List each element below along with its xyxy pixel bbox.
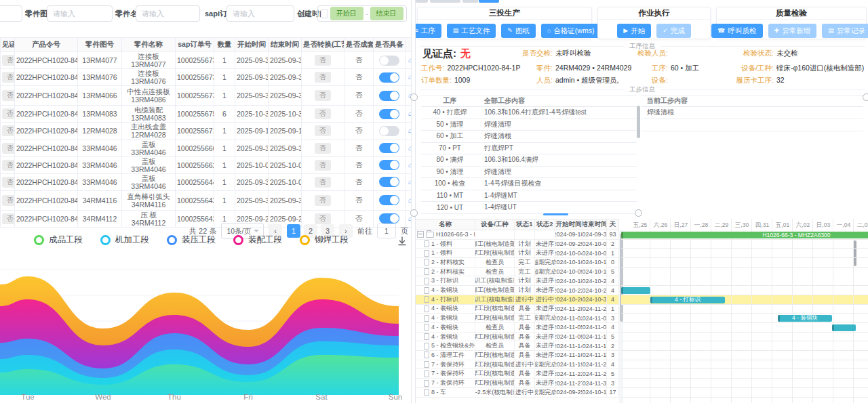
process-table-scrollbar[interactable] bbox=[637, 106, 640, 138]
process-row[interactable]: 40 • 打底焊106.3和106.4打底焊1-4号焊缝test bbox=[421, 107, 637, 119]
tab-segment-1[interactable] bbox=[416, 0, 428, 3]
legend-item[interactable]: 铆焊工段 bbox=[300, 234, 349, 246]
completeness-link[interactable]: ⌂成套性 bbox=[408, 196, 412, 204]
sap-order-input[interactable] bbox=[226, 5, 294, 22]
process-row[interactable]: 110 • MT1-4焊缝MT bbox=[421, 190, 637, 203]
gantt-row[interactable]: 5 - 检查铜块&外径检查员具备未进序2024-11-142024-11-162 bbox=[416, 341, 619, 351]
splitter-handle[interactable] bbox=[410, 93, 418, 101]
cell-name: 盖板 33RM4046 bbox=[122, 173, 176, 190]
button-异常新增[interactable]: ✚异常新增 bbox=[768, 24, 817, 38]
completeness-link[interactable]: ⌂成套性 bbox=[408, 178, 412, 186]
gantt-row[interactable]: 4 - 装铜块检查员具备未进序2024-11-052024-11-094 bbox=[416, 323, 619, 333]
legend-item[interactable]: 成品工段 bbox=[34, 234, 83, 246]
ready-toggle[interactable] bbox=[379, 126, 399, 136]
gantt-row[interactable]: 4 - 打标识标识工(核电制造部)进行中进行中2024-10-262024-10… bbox=[416, 295, 619, 305]
tab-segment-3[interactable] bbox=[462, 0, 478, 3]
process-row[interactable]: 90 • 清理焊缝清理 bbox=[421, 167, 637, 179]
completeness-link[interactable]: ⌂成套性 bbox=[408, 161, 412, 169]
part-no-input[interactable] bbox=[47, 5, 113, 22]
gantt-bar[interactable]: 4 - 装铜块 bbox=[778, 315, 832, 322]
convert-badge[interactable]: 否 bbox=[315, 160, 331, 171]
goto-page-input[interactable]: 1 bbox=[377, 224, 396, 238]
gantt-row[interactable]: 7 - 装保持环铆焊工段(核电制造部)具备未进序2024-11-272024-1… bbox=[416, 379, 619, 388]
process-content: 焊缝清根 bbox=[479, 131, 637, 142]
completeness-link[interactable]: ⌂成套性 bbox=[408, 73, 412, 81]
date-checkbox[interactable] bbox=[321, 9, 328, 18]
ready-toggle[interactable] bbox=[379, 109, 399, 119]
convert-badge[interactable]: 否 bbox=[315, 108, 331, 119]
ready-toggle[interactable] bbox=[379, 160, 399, 170]
tab-segment-2[interactable] bbox=[430, 0, 460, 3]
collapse-icon[interactable] bbox=[417, 231, 424, 238]
button-呼叫质检[interactable]: ☎呼叫质检 bbox=[711, 24, 762, 38]
ready-toggle[interactable] bbox=[379, 177, 399, 187]
step-table-row[interactable]: 焊缝清根 bbox=[642, 107, 863, 119]
gantt-row[interactable]: 1 - 领料铆工(核电制造部)计划未进序2024-09-292024-10-01… bbox=[416, 240, 619, 249]
gantt-row[interactable]: 4 - 装铜块铆焊工段(核电制造部)具备未进序2024-11-092024-11… bbox=[416, 333, 619, 342]
convert-badge[interactable]: 否 bbox=[315, 143, 331, 154]
button-合格证(wms)[interactable]: ⌂合格证(wms) bbox=[541, 24, 601, 38]
splitter-handle[interactable] bbox=[635, 209, 642, 217]
convert-badge[interactable]: 否 bbox=[315, 55, 331, 66]
start-date-pill[interactable]: 开始日期 bbox=[330, 7, 364, 20]
completeness-link[interactable]: ⌂成套性 bbox=[408, 127, 412, 134]
ready-toggle[interactable] bbox=[379, 143, 399, 153]
gantt-bar[interactable] bbox=[621, 287, 650, 295]
ops-cell: ⌂成套性✎修改记录 bbox=[406, 140, 412, 156]
button-完成[interactable]: ✓完成 bbox=[656, 24, 691, 38]
gantt-row[interactable]: 6 - 清理工件铆焊工段(核电制造部)具备未进序2024-11-162024-1… bbox=[416, 351, 619, 360]
process-row[interactable]: 50 • 清理焊缝清理 bbox=[421, 119, 637, 131]
date-range-picker[interactable]: 开始日期 - 结束日期 bbox=[317, 5, 407, 22]
download-icon[interactable] bbox=[397, 236, 408, 249]
button-工艺文件[interactable]: ▤工艺文件 bbox=[447, 24, 496, 38]
button-图纸[interactable]: ✎图纸 bbox=[501, 24, 536, 38]
gantt-row[interactable]: 3 - 打标识标识工(核电制造部)计划未进序2024-10-182024-10-… bbox=[416, 277, 619, 287]
gantt-row[interactable]: 2 - 材料核实检查员完工超期完成2024-10-102024-10-100 bbox=[416, 258, 619, 268]
ready-toggle[interactable] bbox=[379, 91, 399, 101]
filter-input-cut[interactable] bbox=[0, 5, 22, 22]
convert-badge[interactable]: 否 bbox=[315, 72, 331, 83]
cell-sap: 10002556429 bbox=[176, 190, 214, 210]
ready-toggle[interactable] bbox=[379, 56, 399, 66]
gantt-row[interactable]: H1026-66-3 - MHZ2A63002024-09-182024-09-… bbox=[416, 230, 619, 240]
days-cell: 93 bbox=[607, 230, 619, 239]
end-date-pill[interactable]: 结束日期 bbox=[370, 7, 404, 20]
process-row[interactable]: 100 • 检查1-4号焊缝目视检查 bbox=[421, 178, 637, 190]
process-row[interactable]: 120 • UT1-4焊缝UT bbox=[421, 202, 637, 214]
gantt-row[interactable]: 2 - 材料核实检查员完工超期完成2024-10-092024-10-145 bbox=[416, 268, 619, 277]
process-table-hscrollbar[interactable] bbox=[543, 213, 568, 215]
part-name-input[interactable] bbox=[136, 5, 200, 22]
legend-item[interactable]: 装压工段 bbox=[167, 234, 216, 246]
ready-toggle[interactable] bbox=[379, 195, 399, 205]
ready-toggle[interactable] bbox=[379, 72, 399, 83]
legend-item[interactable]: 机加工段 bbox=[100, 234, 149, 246]
splitter-handle[interactable] bbox=[863, 93, 868, 101]
convert-badge[interactable]: 否 bbox=[315, 195, 331, 206]
gantt-row[interactable]: 7 - 装保持环铆焊工段(核电制造部)具备未进序2024-11-222024-1… bbox=[416, 370, 619, 379]
process-row[interactable]: 60 • 加工焊缝清根 bbox=[421, 131, 637, 143]
button-工序[interactable]: ≡工序 bbox=[415, 24, 441, 38]
splitter-handle[interactable] bbox=[410, 209, 418, 217]
gantt-row[interactable]: 4 - 装铜块铆焊工段(核电制造部)完工按期完成2024-11-022024-1… bbox=[416, 314, 619, 323]
completeness-link[interactable]: ⌂成套性 bbox=[408, 56, 412, 64]
gantt-bar[interactable]: 4 - 打标识 bbox=[650, 297, 725, 304]
gantt-row[interactable]: 1 - 领料铆焊工段(核电制造部)计划未进序2024-10-042024-10-… bbox=[416, 249, 619, 258]
process-row[interactable]: 80 • 满焊106.3和106.4满焊 bbox=[421, 154, 637, 167]
gantt-bar[interactable]: H1026-66-3 - MHZ2A6300 bbox=[621, 232, 868, 239]
completeness-link[interactable]: ⌂成套性 bbox=[408, 110, 412, 117]
button-开始[interactable]: ▶开始 bbox=[617, 24, 651, 38]
legend-item[interactable]: 装配工段 bbox=[233, 234, 282, 246]
button-异常记录[interactable]: ▤异常记录 bbox=[822, 24, 868, 38]
convert-badge[interactable]: 否 bbox=[315, 125, 331, 136]
gantt-row[interactable]: 8 - 车立车-2.5米(核电制造部)进行中按期完成2024-09-252024… bbox=[416, 388, 619, 398]
ready-cell bbox=[374, 69, 406, 86]
process-row[interactable]: 70 • PT打底焊PT bbox=[421, 143, 637, 155]
completeness-link[interactable]: ⌂成套性 bbox=[408, 144, 412, 152]
convert-badge[interactable]: 否 bbox=[315, 90, 331, 101]
convert-badge[interactable]: 否 bbox=[315, 177, 331, 188]
gantt-bar[interactable] bbox=[832, 324, 856, 332]
tab-segment-active[interactable] bbox=[479, 0, 499, 3]
gantt-row[interactable]: 7 - 装保持环铆焊工段(核电制造部)进行中按期完成2024-11-192024… bbox=[416, 360, 619, 370]
gantt-row[interactable]: 4 - 装铜块铆焊工段(核电制造部)具备未进序2024-11-282024-11… bbox=[416, 305, 619, 314]
gantt-row[interactable]: 4 - 装铜块铆工(核电制造部)计划未进序2024-10-222024-10-2… bbox=[416, 286, 619, 295]
